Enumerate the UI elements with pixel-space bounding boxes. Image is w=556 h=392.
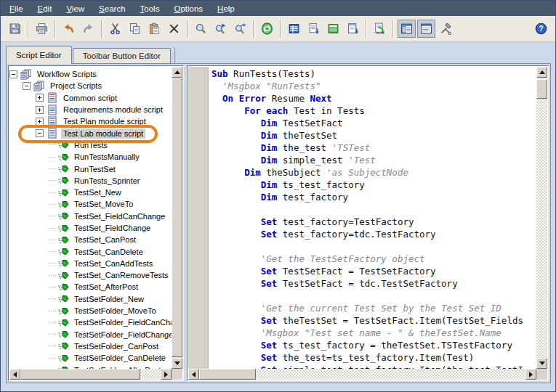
tree-item-testset-canpost[interactable]: TestSet_CanPost <box>9 234 172 245</box>
menu-options[interactable]: Options <box>166 2 210 15</box>
tree-item-testset-afterpost[interactable]: TestSet_AfterPost <box>9 281 172 293</box>
find-replace-button[interactable] <box>231 20 249 38</box>
tree-item-runtests[interactable]: RunTests <box>9 139 172 151</box>
toolbar-separator <box>187 20 188 38</box>
tree-item-testset-new[interactable]: TestSet_New <box>9 187 172 198</box>
tree-horizontal-scroll-thumb[interactable] <box>20 369 140 380</box>
tree-item-testsetfolder-new[interactable]: TestSetFolder_New <box>9 293 172 305</box>
find-replace-icon <box>234 23 246 35</box>
tree-item-testsetfolder-canpost[interactable]: TestSetFolder_CanPost <box>9 340 172 352</box>
document-down-button[interactable] <box>305 20 323 38</box>
find-button[interactable] <box>192 20 210 38</box>
save-button[interactable] <box>6 20 24 38</box>
tree-item-project-scripts[interactable]: Project Scripts <box>9 80 172 91</box>
copy-icon <box>129 23 141 35</box>
tree-item-testsetfolder-afterpost[interactable]: TestSetFolder_AfterPost <box>9 364 172 369</box>
help-button[interactable]: ? <box>532 20 550 38</box>
tree-collapse-box[interactable] <box>9 70 17 78</box>
tree-indent <box>36 293 49 305</box>
menu-help[interactable]: Help <box>210 2 242 15</box>
undo-button[interactable] <box>60 20 78 38</box>
tree-indent <box>23 340 36 352</box>
tree-item-test-plan-module-script[interactable]: Test Plan module script <box>9 115 172 127</box>
redo-button[interactable] <box>79 20 97 38</box>
menu-file[interactable]: File <box>2 2 31 15</box>
tree-item-label: TestSet_CanPost <box>72 234 138 245</box>
tree-item-runtestsmanually[interactable]: RunTestsManually <box>9 151 172 163</box>
tree-item-label: TestSet_CanAddTests <box>72 258 155 269</box>
tree-collapse-box[interactable] <box>36 129 44 137</box>
tree-expand-box[interactable] <box>36 94 44 102</box>
tree-item-testset-fieldcanchange[interactable]: TestSet_FieldCanChange <box>9 211 172 222</box>
tree-item-runtestset[interactable]: RunTestSet <box>9 163 172 174</box>
tree-item-testset-moveto[interactable]: TestSet_MoveTo <box>9 198 172 210</box>
field-list-button[interactable] <box>285 20 303 38</box>
tree-item-workflow-scripts[interactable]: Workflow Scripts <box>9 68 172 80</box>
function-icon <box>57 317 69 328</box>
refresh-button[interactable] <box>258 20 276 38</box>
tree-indent <box>23 92 36 104</box>
tree-item-testsetfolder-candelete[interactable]: TestSetFolder_CanDelete <box>9 352 172 364</box>
tree-item-label: RunTestSet <box>72 164 118 174</box>
function-icon <box>57 175 69 186</box>
tree-scroll-left-button[interactable] <box>9 369 20 380</box>
tree-item-testsetfolder-moveto[interactable]: TestSetFolder_MoveTo <box>9 305 172 317</box>
script-document-icon <box>47 92 58 103</box>
tree-vertical-scrollbar[interactable] <box>172 67 182 369</box>
tab-script-editor[interactable]: Script Editor <box>6 46 72 64</box>
tab-toolbar-button-editor[interactable]: Toolbar Button Editor <box>73 48 171 63</box>
tree-item-testset-canaddtests[interactable]: TestSet_CanAddTests <box>9 258 172 269</box>
toolbar-separator <box>366 20 367 38</box>
editor-scroll-down-button[interactable] <box>536 358 547 369</box>
tree-item-testsetfolder-fieldchange[interactable]: TestSetFolder_FieldChange <box>9 329 172 340</box>
tree-item-testset-canremovetests[interactable]: TestSet_CanRemoveTests <box>9 269 172 281</box>
tree-scroll-up-button[interactable] <box>172 67 182 78</box>
tree-scroll-down-button[interactable] <box>172 358 182 369</box>
menu-edit[interactable]: Edit <box>31 2 60 15</box>
editor-scroll-left-button[interactable] <box>188 369 199 380</box>
editor-horizontal-scroll-thumb[interactable] <box>199 369 256 380</box>
paste-button[interactable] <box>145 20 164 38</box>
tree-expand-box[interactable] <box>36 118 44 126</box>
toggle-editor-panel-button[interactable] <box>417 20 435 38</box>
code-editor[interactable]: Sub RunTests(Tests) 'Msgbox "RunTests" O… <box>209 67 536 369</box>
tree-expand-box[interactable] <box>36 106 44 114</box>
function-icon <box>57 187 69 198</box>
window-down-button[interactable] <box>344 20 362 38</box>
tree-item-runtests-sprinter[interactable]: RunTests_Sprinter <box>9 175 172 187</box>
tree-vertical-scroll-thumb[interactable] <box>172 78 182 357</box>
customize-tools-button[interactable] <box>437 20 455 38</box>
menu-search[interactable]: Search <box>92 2 132 15</box>
tree-connector <box>49 298 57 299</box>
code-line: Set the_test=ts_test_factory.Item(Test) <box>211 352 536 364</box>
menu-view[interactable]: View <box>59 2 92 15</box>
delete-button[interactable] <box>165 20 183 38</box>
tree-item-testsetfolder-fieldcanchange[interactable]: TestSetFolder_FieldCanChange <box>9 317 172 328</box>
editor-vertical-scrollbar[interactable] <box>536 67 547 369</box>
script-document-icon <box>47 128 58 139</box>
menu-tools[interactable]: Tools <box>133 2 167 15</box>
function-icon <box>57 258 69 269</box>
editor-scroll-right-button[interactable] <box>525 369 536 380</box>
editor-scroll-up-button[interactable] <box>536 67 547 78</box>
tree-collapse-box[interactable] <box>23 82 31 90</box>
refresh-icon <box>261 23 273 35</box>
tree-item-common-script[interactable]: Common script <box>9 92 172 104</box>
tree-scroll-right-button[interactable] <box>161 369 172 380</box>
tree-item-testset-candelete[interactable]: TestSet_CanDelete <box>9 245 172 257</box>
tree-item-requirements-module-script[interactable]: Requirements module script <box>9 104 172 115</box>
code-line: Set test_factory=TestFactory <box>211 216 536 229</box>
tree-item-test-lab-module-script[interactable]: Test Lab module script <box>9 127 172 139</box>
grid-green-button[interactable] <box>324 20 342 38</box>
print-button[interactable] <box>33 20 51 38</box>
editor-horizontal-scrollbar[interactable] <box>188 369 536 380</box>
copy-button[interactable] <box>126 20 144 38</box>
tree-indent <box>36 211 49 222</box>
cut-button[interactable] <box>106 20 124 38</box>
editor-vertical-scroll-thumb[interactable] <box>536 79 547 99</box>
tree-horizontal-scrollbar[interactable] <box>9 369 172 380</box>
syntax-check-button[interactable]: 10101 <box>371 20 389 38</box>
find-next-button[interactable] <box>211 20 230 38</box>
toggle-tree-panel-button[interactable] <box>398 20 416 38</box>
tree-item-testset-fieldchange[interactable]: TestSet_FieldChange <box>9 222 172 234</box>
